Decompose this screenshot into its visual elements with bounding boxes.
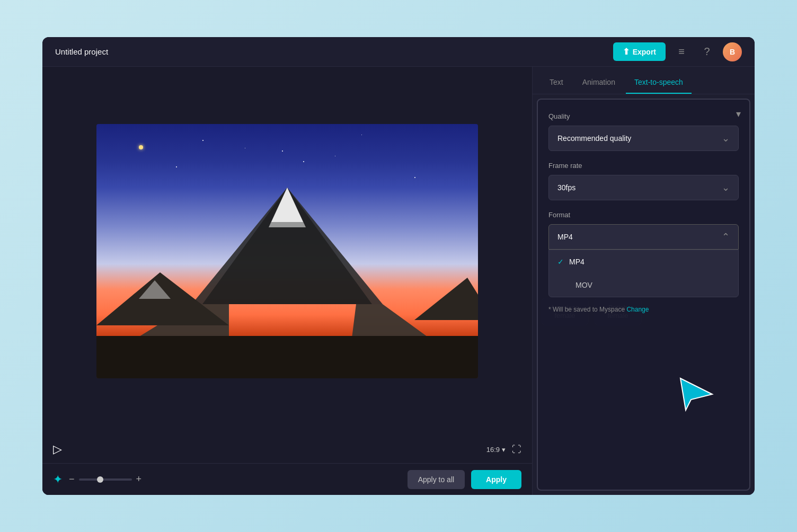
- video-controls: ▷ 16:9 ▾ ⛶: [42, 436, 532, 463]
- format-menu: ✓ MP4 MOV: [548, 250, 739, 297]
- editor-area: ▷ 16:9 ▾ ⛶ ✦ −: [42, 67, 532, 495]
- quality-label: Quality: [548, 112, 739, 120]
- zoom-slider[interactable]: [79, 478, 132, 481]
- framerate-dropdown[interactable]: 30fps: [548, 175, 739, 200]
- framerate-chevron-icon: [722, 182, 730, 193]
- mountain-svg: [96, 124, 478, 378]
- upload-icon: ⬆: [623, 47, 630, 57]
- format-value: MP4: [557, 233, 573, 241]
- panel-close-chevron[interactable]: ▾: [736, 108, 741, 120]
- format-option-mp4[interactable]: ✓ MP4: [549, 250, 738, 273]
- header: Untitled project ⬆ Export ≡ ? B: [42, 37, 755, 67]
- svg-marker-10: [680, 378, 712, 410]
- save-note-text: * Will be saved to Myspace: [548, 306, 625, 313]
- tab-tts[interactable]: Text-to-speech: [626, 72, 692, 94]
- apply-to-all-button[interactable]: Apply to all: [408, 470, 465, 489]
- framerate-label: Frame rate: [548, 162, 739, 170]
- quality-value: Recommended quality: [557, 134, 631, 143]
- svg-marker-7: [414, 278, 478, 320]
- export-label: Export: [633, 48, 656, 56]
- format-label: Format: [548, 211, 739, 219]
- framerate-value: 30fps: [557, 183, 575, 192]
- project-title: Untitled project: [55, 47, 108, 56]
- chevron-down-icon: ▾: [502, 446, 506, 454]
- aspect-ratio[interactable]: 16:9 ▾: [486, 446, 506, 454]
- change-link[interactable]: Change: [626, 306, 649, 313]
- toolbar-right: Apply to all Apply: [408, 470, 521, 489]
- controls-right: 16:9 ▾ ⛶: [486, 444, 521, 455]
- format-mp4-label: MP4: [569, 258, 585, 266]
- toolbar-left: ✦ − +: [53, 473, 141, 486]
- quality-chevron-icon: [722, 132, 730, 144]
- check-icon: ✓: [557, 258, 564, 266]
- format-dropdown-container: MP4 ✓ MP4 MOV: [548, 224, 739, 297]
- aspect-ratio-label: 16:9: [486, 446, 500, 454]
- fullscreen-button[interactable]: ⛶: [512, 444, 521, 455]
- zoom-slider-thumb: [97, 476, 103, 483]
- app-container: Untitled project ⬆ Export ≡ ? B: [42, 37, 755, 495]
- tab-animation[interactable]: Animation: [574, 72, 624, 94]
- apply-button[interactable]: Apply: [471, 470, 521, 489]
- bottom-toolbar: ✦ − + Apply to all Apply: [42, 463, 532, 495]
- tab-text[interactable]: Text: [541, 72, 572, 94]
- export-button[interactable]: ⬆ Export: [613, 42, 666, 61]
- zoom-minus-icon[interactable]: −: [69, 474, 75, 485]
- avatar[interactable]: B: [723, 42, 742, 61]
- cursor-arrow: [675, 373, 718, 415]
- panel-tabs: Text Animation Text-to-speech: [533, 67, 755, 94]
- header-left: Untitled project: [55, 47, 108, 56]
- svg-rect-8: [96, 336, 478, 378]
- help-icon[interactable]: ?: [697, 42, 716, 61]
- video-frame: [96, 124, 478, 378]
- format-option-mov[interactable]: MOV: [549, 273, 738, 297]
- zoom-controls: − +: [69, 474, 141, 485]
- export-panel: ▾ Quality Recommended quality Frame rate…: [537, 99, 750, 491]
- format-mov-label: MOV: [575, 281, 592, 289]
- format-dropdown[interactable]: MP4: [548, 224, 739, 250]
- quality-dropdown[interactable]: Recommended quality: [548, 126, 739, 151]
- header-right: ⬆ Export ≡ ? B: [613, 42, 742, 61]
- main-content: ▷ 16:9 ▾ ⛶ ✦ −: [42, 67, 755, 495]
- video-preview: [42, 67, 532, 436]
- zoom-plus-icon[interactable]: +: [136, 474, 142, 485]
- right-panel: Text Animation Text-to-speech Americanfe…: [532, 67, 755, 495]
- play-button[interactable]: ▷: [53, 442, 62, 456]
- menu-icon[interactable]: ≡: [672, 42, 691, 61]
- format-chevron-icon: [722, 231, 730, 243]
- sparkle-icon: ✦: [53, 473, 63, 486]
- save-note: * Will be saved to Myspace Change: [548, 306, 739, 313]
